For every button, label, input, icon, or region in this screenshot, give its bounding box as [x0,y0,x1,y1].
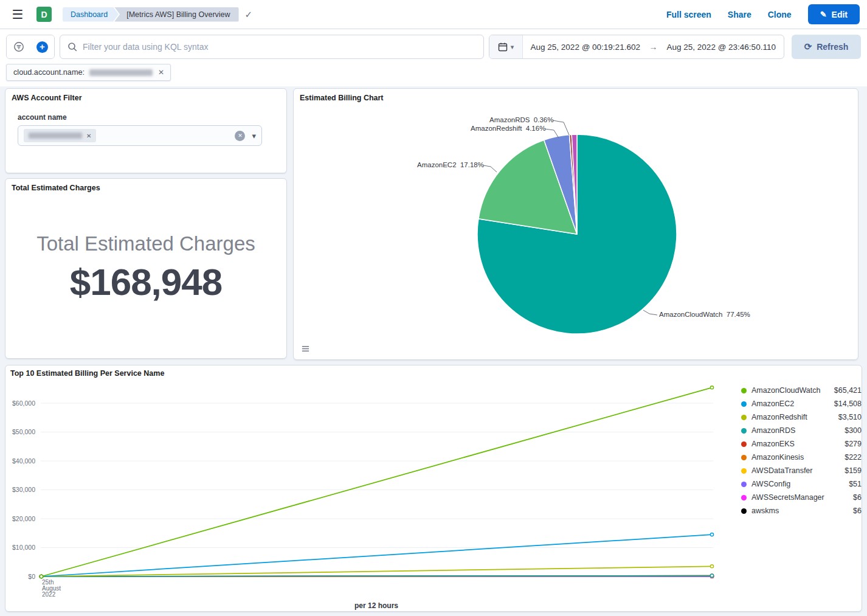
legend-value: $159 [845,466,862,475]
y-axis-tick: $30,000 [12,486,35,493]
legend-value: $300 [845,426,862,435]
data-point-AmazonEC2 [710,533,713,536]
legend-color-dot [741,508,747,514]
y-axis-tick: $20,000 [12,515,35,522]
legend-value: $6 [853,507,862,515]
chart-legend: AmazonCloudWatch$65,421AmazonEC2$14,508A… [741,384,862,517]
legend-item-AmazonRDS[interactable]: AmazonRDS$300 [741,424,862,437]
clear-selection-icon[interactable]: ✕ [235,131,245,141]
billing-line-chart[interactable]: $0$10,000$20,000$30,000$40,000$50,000$60… [5,365,740,609]
y-axis-tick: $50,000 [12,428,35,435]
kibana-dashboard-app: ☰ D Dashboard [Metrics AWS] Billing Over… [0,0,867,616]
legend-label: AmazonEKS [751,440,795,448]
gridlines [41,403,713,576]
legend-color-dot [741,482,747,487]
breadcrumb: Dashboard [Metrics AWS] Billing Overview [63,7,239,22]
legend-color-dot [741,401,747,407]
query-section: + ▾ Aug 25, 2022 @ 00:19:21.60 [0,29,867,86]
breadcrumb-dashboard[interactable]: Dashboard [63,7,119,22]
filter-pill-cloud-account-name[interactable]: cloud.account.name: ✕ [6,64,171,81]
hamburger-icon: ☰ [12,7,24,21]
remove-filter-icon[interactable]: ✕ [157,68,165,77]
panel-top10-billing-per-service: $0$10,000$20,000$30,000$40,000$50,000$60… [5,365,862,612]
legend-color-dot [741,495,747,500]
legend-item-AWSConfig[interactable]: AWSConfig$51 [741,477,862,491]
legend-label: AmazonKinesis [751,453,804,462]
legend-value: $51 [849,480,862,488]
legend-color-dot [741,428,747,434]
refresh-button[interactable]: ⟳ Refresh [792,35,861,59]
redacted-account-value [29,133,82,139]
filter-icon [13,41,24,52]
edit-button[interactable]: ✎ Edit [808,4,860,24]
chevron-down-icon: ▾ [511,43,514,51]
saved-query-menu-button[interactable] [7,35,30,58]
panel-aws-account-filter: AWS Account Filter account name ✕ ✕ ▾ [5,88,287,173]
account-name-label: account name [18,113,274,122]
account-name-combobox[interactable]: ✕ ✕ ▾ [18,125,262,146]
share-button[interactable]: Share [728,10,751,19]
billing-pie-chart[interactable] [294,89,858,359]
remove-account-tag-icon[interactable]: ✕ [86,133,91,139]
data-point-AmazonCloudWatch [710,386,713,389]
date-range-start[interactable]: Aug 25, 2022 @ 00:19:21.602 [523,43,648,52]
combobox-chevron-down-icon[interactable]: ▾ [252,131,256,140]
arrow-right-icon: → [648,42,659,52]
query-bar: + ▾ Aug 25, 2022 @ 00:19:21.60 [0,29,867,59]
legend-color-dot [741,415,747,420]
header-left: ☰ D Dashboard [Metrics AWS] Billing Over… [7,4,252,25]
total-charges-block: Total Estimated Charges $168,948 [5,232,286,303]
data-point-AmazonRDS [710,574,713,577]
y-axis-tick: $10,000 [12,544,35,551]
date-range-end[interactable]: Aug 25, 2022 @ 23:46:50.110 [659,43,784,52]
legend-item-AmazonCloudWatch[interactable]: AmazonCloudWatch$65,421 [741,384,862,397]
y-axis-tick: $40,000 [12,457,35,465]
legend-value: $222 [845,453,862,462]
selected-account-tag: ✕ [24,129,96,142]
legend-item-AmazonEC2[interactable]: AmazonEC2$14,508 [741,397,862,410]
legend-value: $14,508 [834,400,862,408]
full-screen-button[interactable]: Full screen [666,10,711,19]
panel-title: AWS Account Filter [12,94,280,102]
panel-estimated-billing-chart: Estimated Billing Chart AmazonRDS 0.36% … [293,88,858,360]
legend-value: $65,421 [834,386,862,395]
legend-toggle-button[interactable] [299,342,312,355]
filter-pill-field: cloud.account.name: [13,68,85,77]
breadcrumb-current-dashboard: [Metrics AWS] Billing Overview [114,7,238,22]
y-axis-labels: $0$10,000$20,000$30,000$40,000$50,000$60… [12,400,35,580]
date-quick-menu-button[interactable]: ▾ [489,35,523,58]
data-point-AmazonCloudWatch [40,575,43,578]
y-axis-tick: $0 [28,573,35,580]
legend-item-AWSDataTransfer[interactable]: AWSDataTransfer$159 [741,464,862,477]
line-series-AmazonEC2 [41,535,712,576]
calendar-icon [498,42,508,52]
legend-color-dot [741,455,747,460]
y-axis-tick: $60,000 [12,400,35,407]
legend-label: AmazonRedshift [751,413,807,421]
pencil-icon: ✎ [820,10,827,19]
kql-search-box [60,35,484,59]
legend-item-AWSSecretsManager[interactable]: AWSSecretsManager$6 [741,491,862,504]
legend-value: $279 [845,440,862,448]
menu-button[interactable]: ☰ [7,4,28,25]
clone-button[interactable]: Clone [768,10,792,19]
legend-label: AmazonRDS [751,426,795,435]
legend-label: AWSDataTransfer [751,466,813,475]
add-filter-button[interactable]: + [30,35,54,58]
legend-color-dot [741,441,747,447]
panel-total-estimated-charges: Total Estimated Charges Total Estimated … [5,178,287,359]
legend-item-AmazonKinesis[interactable]: AmazonKinesis$222 [741,451,862,464]
total-charges-value: $168,948 [5,260,286,303]
check-icon: ✓ [245,9,253,20]
legend-value: $3,510 [838,413,862,421]
legend-item-AmazonEKS[interactable]: AmazonEKS$279 [741,437,862,451]
space-avatar[interactable]: D [36,7,52,22]
data-point-AmazonRedshift [710,565,713,568]
legend-item-awskms[interactable]: awskms$6 [741,504,862,517]
kql-search-input[interactable] [83,42,476,52]
legend-label: AWSConfig [751,480,790,488]
search-icon [67,42,77,52]
filter-controls-group: + [6,35,55,59]
x-axis-tick: 25th August 2022 [42,580,61,598]
legend-item-AmazonRedshift[interactable]: AmazonRedshift$3,510 [741,410,862,424]
